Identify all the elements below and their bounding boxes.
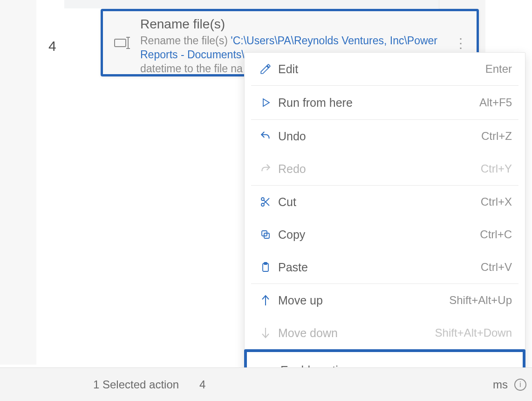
status-bar: 1 Selected action 4 ms i: [0, 367, 532, 401]
svg-point-5: [261, 203, 264, 206]
play-icon: [256, 97, 275, 108]
menu-item-shortcut: Ctrl+V: [481, 261, 512, 274]
left-gutter: [0, 0, 36, 365]
menu-item-copy[interactable]: Copy Ctrl+C: [245, 218, 525, 251]
menu-item-shortcut: Shift+Alt+Up: [449, 294, 512, 307]
action-card-desc-suffix: datetime to the file na: [140, 62, 243, 75]
action-card-more-button[interactable]: ⋮: [454, 35, 468, 50]
arrow-down-icon: [256, 327, 275, 339]
action-card-title: Rename file(s): [140, 17, 465, 32]
flow-canvas: 4 Rename file(s) Rename the file(s) 'C:\…: [36, 0, 485, 366]
menu-item-shortcut: Enter: [485, 62, 512, 76]
pencil-icon: [256, 63, 275, 75]
menu-item-label: Undo: [275, 130, 481, 143]
menu-item-shortcut: Ctrl+X: [481, 195, 512, 208]
action-card-desc-prefix: Rename the file(s): [140, 35, 231, 47]
menu-item-shortcut: Alt+F5: [479, 96, 512, 109]
rename-file-icon: [114, 36, 133, 49]
menu-item-edit[interactable]: Edit Enter: [245, 53, 525, 85]
menu-item-move-up[interactable]: Move up Shift+Alt+Up: [245, 284, 525, 317]
copy-icon: [256, 229, 275, 240]
menu-item-label: Cut: [275, 195, 481, 209]
menu-item-move-down: Move down Shift+Alt+Down: [245, 317, 525, 349]
menu-item-run-from-here[interactable]: Run from here Alt+F5: [245, 86, 525, 119]
step-number: 4: [48, 38, 56, 54]
menu-item-shortcut: Ctrl+Z: [481, 130, 512, 143]
status-selected-count: 1 Selected action: [93, 378, 179, 391]
menu-item-shortcut: Ctrl+C: [480, 228, 512, 241]
arrow-up-icon: [256, 294, 275, 306]
menu-item-paste[interactable]: Paste Ctrl+V: [245, 251, 525, 283]
menu-item-undo[interactable]: Undo Ctrl+Z: [245, 120, 525, 152]
status-cutoff-number: 4: [199, 378, 205, 391]
svg-point-4: [261, 198, 264, 200]
menu-item-label: Redo: [275, 162, 481, 176]
menu-item-shortcut: Ctrl+Y: [481, 162, 512, 175]
menu-item-redo: Redo Ctrl+Y: [245, 152, 525, 185]
menu-item-cut[interactable]: Cut Ctrl+X: [245, 186, 525, 218]
menu-item-label: Move up: [275, 294, 449, 307]
redo-icon: [256, 163, 275, 175]
status-ms-label: ms: [493, 378, 508, 391]
menu-item-label: Copy: [275, 228, 480, 242]
menu-item-label: Edit: [275, 62, 485, 76]
clipboard-icon: [256, 262, 275, 273]
svg-rect-0: [115, 39, 126, 47]
menu-item-shortcut: Shift+Alt+Down: [435, 326, 512, 339]
context-menu: Edit Enter Run from here Alt+F5 Undo Ctr…: [244, 52, 525, 391]
scissors-icon: [256, 196, 275, 207]
menu-item-label: Move down: [275, 326, 435, 340]
info-icon[interactable]: i: [514, 379, 526, 391]
menu-item-label: Run from here: [275, 96, 479, 110]
menu-item-label: Paste: [275, 261, 481, 274]
undo-icon: [256, 130, 275, 142]
